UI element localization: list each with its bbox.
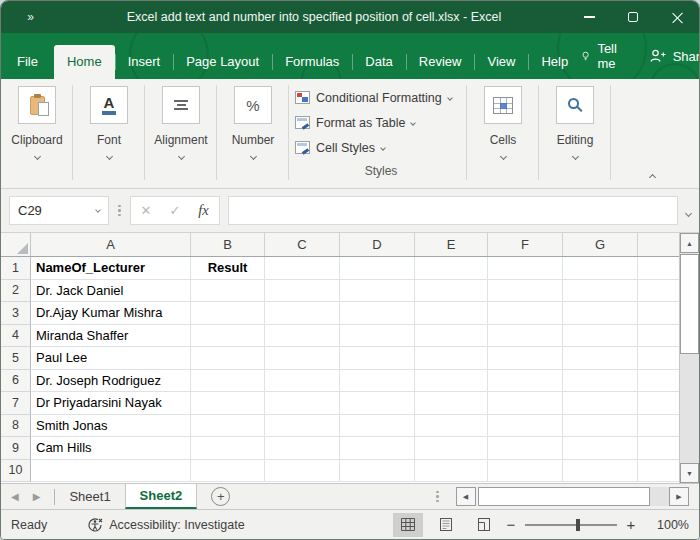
formula-input[interactable] — [228, 196, 678, 225]
cell-G5[interactable] — [563, 347, 638, 370]
collapse-ribbon-icon[interactable] — [649, 174, 656, 181]
cell-G7[interactable] — [563, 392, 638, 415]
cell-partial-6[interactable] — [638, 370, 679, 393]
tab-view[interactable]: View — [474, 45, 528, 79]
page-break-preview-button[interactable] — [469, 513, 499, 537]
font-group[interactable]: A Font — [73, 79, 145, 188]
cell-F10[interactable] — [488, 460, 563, 483]
cell-D2[interactable] — [340, 280, 415, 303]
cell-D9[interactable] — [340, 437, 415, 460]
chevron-down-icon[interactable] — [249, 153, 256, 160]
quick-access-toolbar-icon[interactable]: » — [1, 10, 61, 24]
cell-F4[interactable] — [488, 325, 563, 348]
cell-B10[interactable] — [191, 460, 265, 483]
tab-formulas[interactable]: Formulas — [272, 45, 352, 79]
cell-A7[interactable]: Dr Priyadarsini Nayak — [31, 392, 191, 415]
cell-G4[interactable] — [563, 325, 638, 348]
vertical-scroll-track[interactable] — [680, 354, 699, 463]
cell-A6[interactable]: Dr. Joseph Rodriguez — [31, 370, 191, 393]
cell-A8[interactable]: Smith Jonas — [31, 415, 191, 438]
zoom-in-button[interactable]: + — [619, 516, 643, 533]
cell-D4[interactable] — [340, 325, 415, 348]
formula-bar-grip[interactable] — [118, 205, 121, 217]
conditional-formatting-button[interactable]: Conditional Formatting — [295, 85, 467, 110]
number-button[interactable]: % — [234, 86, 272, 124]
cell-A2[interactable]: Dr. Jack Daniel — [31, 280, 191, 303]
cell-B5[interactable] — [191, 347, 265, 370]
cell-E10[interactable] — [415, 460, 488, 483]
close-button[interactable] — [655, 1, 699, 33]
column-header-G[interactable]: G — [563, 233, 638, 256]
cell-E7[interactable] — [415, 392, 488, 415]
tab-file[interactable]: File — [1, 45, 54, 79]
cell-A10[interactable] — [31, 460, 191, 483]
prev-sheet-icon[interactable]: ◀ — [11, 491, 19, 502]
horizontal-scrollbar[interactable]: ◀ ▶ — [456, 487, 690, 507]
select-all-button[interactable] — [1, 233, 31, 256]
row-header-2[interactable]: 2 — [1, 280, 31, 303]
column-header-partial[interactable] — [638, 233, 679, 256]
cell-partial-8[interactable] — [638, 415, 679, 438]
cell-F5[interactable] — [488, 347, 563, 370]
tab-home[interactable]: Home — [54, 45, 115, 79]
cancel-icon[interactable]: ✕ — [141, 203, 152, 218]
new-sheet-button[interactable]: + — [211, 487, 230, 506]
enter-icon[interactable]: ✓ — [169, 203, 180, 218]
alignment-button[interactable] — [162, 86, 200, 124]
column-header-E[interactable]: E — [415, 233, 488, 256]
tell-me-button[interactable]: Tell me — [581, 39, 623, 73]
horizontal-scroll-thumb[interactable] — [478, 487, 650, 506]
cell-B4[interactable] — [191, 325, 265, 348]
chevron-down-icon[interactable] — [33, 153, 40, 160]
name-box-dropdown-icon[interactable] — [95, 207, 101, 213]
cell-C9[interactable] — [265, 437, 340, 460]
column-header-B[interactable]: B — [191, 233, 265, 256]
cell-B6[interactable] — [191, 370, 265, 393]
alignment-group[interactable]: Alignment — [145, 79, 217, 188]
cell-partial-10[interactable] — [638, 460, 679, 483]
column-header-D[interactable]: D — [340, 233, 415, 256]
editing-button[interactable] — [556, 86, 594, 124]
sheet-bar-grip[interactable] — [436, 491, 439, 503]
cell-F8[interactable] — [488, 415, 563, 438]
accessibility-status[interactable]: Accessibility: Investigate — [87, 517, 244, 533]
paste-button[interactable] — [18, 86, 56, 124]
expand-formula-bar-button[interactable] — [686, 202, 691, 220]
zoom-slider[interactable] — [525, 524, 617, 526]
cell-D6[interactable] — [340, 370, 415, 393]
cell-E4[interactable] — [415, 325, 488, 348]
cell-D8[interactable] — [340, 415, 415, 438]
format-as-table-button[interactable]: Format as Table — [295, 110, 467, 135]
cell-E5[interactable] — [415, 347, 488, 370]
cell-C3[interactable] — [265, 302, 340, 325]
clipboard-group[interactable]: Clipboard — [1, 79, 73, 188]
cell-A1[interactable]: NameOf_Lecturer — [31, 257, 191, 280]
cell-D3[interactable] — [340, 302, 415, 325]
cell-F2[interactable] — [488, 280, 563, 303]
cell-D10[interactable] — [340, 460, 415, 483]
tab-insert[interactable]: Insert — [115, 45, 174, 79]
font-button[interactable]: A — [90, 86, 128, 124]
row-header-3[interactable]: 3 — [1, 302, 31, 325]
cell-styles-button[interactable]: Cell Styles — [295, 135, 467, 160]
cell-C7[interactable] — [265, 392, 340, 415]
cell-B2[interactable] — [191, 280, 265, 303]
cells-button[interactable] — [484, 86, 522, 124]
tab-data[interactable]: Data — [352, 45, 405, 79]
tab-sheet1[interactable]: Sheet1 — [55, 484, 124, 509]
cell-G1[interactable] — [563, 257, 638, 280]
row-header-7[interactable]: 7 — [1, 392, 31, 415]
cell-E9[interactable] — [415, 437, 488, 460]
cell-G10[interactable] — [563, 460, 638, 483]
tab-page-layout[interactable]: Page Layout — [173, 45, 272, 79]
insert-function-icon[interactable]: fx — [198, 202, 208, 219]
cell-A9[interactable]: Cam Hills — [31, 437, 191, 460]
name-box[interactable]: C29 — [9, 196, 109, 225]
cell-partial-4[interactable] — [638, 325, 679, 348]
column-header-C[interactable]: C — [265, 233, 340, 256]
minimize-button[interactable] — [567, 1, 611, 33]
column-header-F[interactable]: F — [488, 233, 563, 256]
cell-E6[interactable] — [415, 370, 488, 393]
cells-group[interactable]: Cells — [467, 79, 539, 188]
row-header-9[interactable]: 9 — [1, 437, 31, 460]
